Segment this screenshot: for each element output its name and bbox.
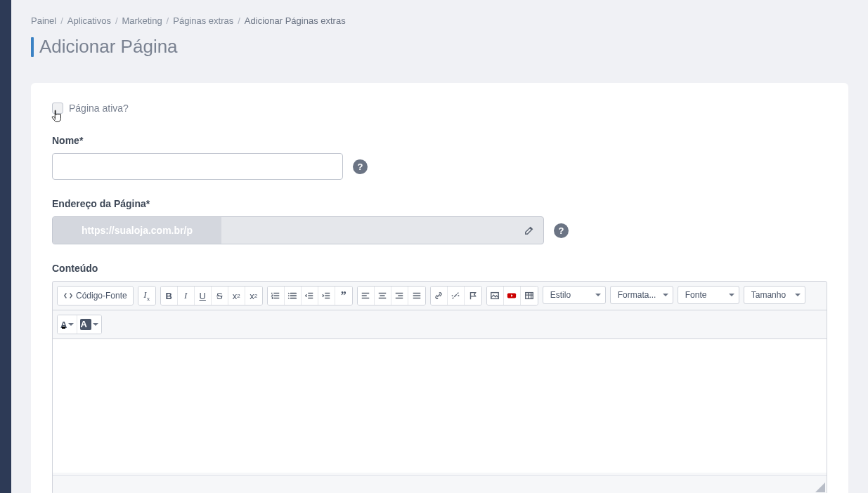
bold-button[interactable]: B [161, 287, 178, 305]
unordered-list-button[interactable] [285, 287, 302, 305]
align-center-icon [377, 291, 387, 301]
code-icon [63, 291, 73, 301]
editor-toolbar: Código-Fonte Ix B I U S x2 x2 [53, 282, 827, 310]
breadcrumb-link[interactable]: Páginas extras [173, 15, 233, 26]
resize-grip[interactable] [815, 482, 825, 492]
align-left-button[interactable] [358, 287, 375, 305]
source-button[interactable]: Código-Fonte [58, 287, 133, 305]
unlink-icon [451, 291, 460, 301]
page-title: Adicionar Página [39, 36, 178, 58]
align-left-icon [361, 291, 370, 301]
link-icon [434, 291, 443, 301]
image-icon [490, 291, 500, 301]
subscript-button[interactable]: x2 [228, 287, 245, 305]
breadcrumb-sep: / [167, 15, 169, 26]
superscript-button[interactable]: x2 [245, 287, 262, 305]
svg-rect-2 [525, 293, 533, 299]
url-group: https://sualoja.com.br/p [52, 216, 544, 244]
breadcrumb-link[interactable]: Painel [31, 15, 56, 26]
caret-icon [93, 323, 98, 326]
image-button[interactable] [487, 287, 504, 305]
list-ul-icon [287, 291, 297, 301]
editor-footer [53, 475, 827, 493]
caret-icon [795, 294, 801, 296]
align-justify-button[interactable] [408, 287, 425, 305]
bg-color-button[interactable]: A [77, 315, 101, 334]
name-input[interactable] [52, 153, 343, 180]
active-checkbox[interactable] [52, 103, 63, 114]
breadcrumb-sep: / [60, 15, 63, 26]
align-right-icon [394, 291, 404, 301]
text-color-button[interactable]: A [58, 315, 77, 334]
breadcrumb-sep: / [115, 15, 118, 26]
ordered-list-button[interactable] [268, 287, 285, 305]
list-ol-icon [271, 291, 280, 301]
caret-icon [595, 294, 601, 296]
editor-toolbar-row2: A A [53, 310, 827, 339]
indent-button[interactable] [318, 287, 335, 305]
indent-icon [321, 291, 331, 301]
unlink-button[interactable] [448, 287, 465, 305]
breadcrumb-sep: / [238, 15, 240, 26]
clear-format-button[interactable]: Ix [138, 287, 155, 305]
outdent-icon [304, 291, 314, 301]
url-prefix: https://sualoja.com.br/p [53, 217, 221, 244]
breadcrumb: Painel / Aplicativos / Marketing / Págin… [31, 0, 848, 36]
pencil-icon [524, 225, 534, 235]
content-editor[interactable] [53, 339, 827, 473]
breadcrumb-link[interactable]: Marketing [122, 15, 162, 26]
caret-icon [663, 294, 668, 296]
format-select[interactable]: Formata... [610, 286, 673, 304]
title-accent [31, 37, 34, 57]
flag-icon [468, 291, 478, 301]
url-edit-button[interactable] [515, 217, 543, 244]
font-select[interactable]: Fonte [678, 286, 739, 304]
form-card: Página ativa? Nome* ? Endereço da Página… [31, 83, 848, 493]
breadcrumb-current: Adicionar Páginas extras [245, 15, 346, 26]
style-select[interactable]: Estilo [543, 286, 606, 304]
anchor-button[interactable] [465, 287, 481, 305]
video-button[interactable] [504, 287, 521, 305]
align-right-button[interactable] [391, 287, 408, 305]
align-justify-icon [412, 291, 422, 301]
help-icon[interactable]: ? [353, 159, 368, 174]
content-label: Conteúdo [52, 263, 827, 274]
outdent-button[interactable] [302, 287, 318, 305]
align-center-button[interactable] [375, 287, 391, 305]
strike-button[interactable]: S [212, 287, 228, 305]
blockquote-button[interactable]: ” [335, 287, 352, 305]
sidebar-stub [0, 0, 11, 493]
active-label: Página ativa? [69, 103, 129, 114]
name-label: Nome* [52, 135, 827, 146]
help-icon[interactable]: ? [554, 223, 569, 238]
caret-icon [68, 323, 74, 326]
underline-button[interactable]: U [195, 287, 212, 305]
url-input [221, 217, 515, 244]
breadcrumb-link[interactable]: Aplicativos [67, 15, 111, 26]
table-button[interactable] [521, 287, 538, 305]
size-select[interactable]: Tamanho [744, 286, 805, 304]
url-label: Endereço da Página* [52, 198, 827, 209]
link-button[interactable] [431, 287, 448, 305]
table-icon [524, 291, 534, 301]
caret-icon [729, 294, 734, 296]
youtube-icon [507, 291, 517, 301]
italic-button[interactable]: I [178, 287, 195, 305]
rich-text-editor: Código-Fonte Ix B I U S x2 x2 [52, 281, 827, 493]
